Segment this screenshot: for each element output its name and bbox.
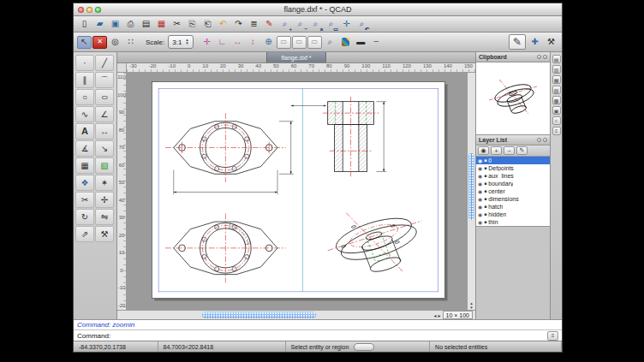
rotate-tool[interactable]: ↻ — [75, 209, 94, 225]
vertical-scrollbar[interactable]: ▴ ▾ — [467, 73, 475, 310]
scroll-down-icon[interactable]: ▾ — [470, 306, 473, 310]
pen-color-button[interactable]: ▦ — [338, 36, 353, 49]
layer-row[interactable]: ◉ ■ center — [476, 187, 550, 195]
layer-color-swatch-icon[interactable]: ■ — [484, 181, 486, 186]
toggle-clipboard-button[interactable]: ▣ — [552, 106, 561, 115]
zoom-window-button-titlebar[interactable] — [95, 7, 101, 13]
zoom-auto-button[interactable]: ⌕ a — [308, 18, 323, 31]
layer-color-swatch-icon[interactable]: ■ — [484, 205, 486, 209]
circle-tool[interactable]: ○ — [75, 89, 94, 105]
panel-close-button[interactable] — [543, 55, 547, 59]
horizontal-scrollbar[interactable] — [117, 311, 432, 319]
title-bar[interactable]: flange.dxf * - QCAD — [74, 3, 562, 16]
horizontal-scrollbar-thumb[interactable] — [202, 312, 315, 318]
eye-icon[interactable]: ◉ — [478, 181, 482, 187]
toggle-block-list-button[interactable]: ▦ — [552, 75, 561, 84]
pencil-tool-button[interactable]: ✎ — [509, 34, 526, 50]
explode-tool[interactable]: ✶ — [95, 175, 114, 191]
parallel-tool[interactable]: ∥ — [75, 72, 94, 88]
add-point-button[interactable]: ✚ — [528, 36, 542, 49]
draw-order-button[interactable]: ≣ — [247, 18, 261, 31]
layer-color-swatch-icon[interactable]: ■ — [484, 174, 486, 178]
panel-detach-button[interactable] — [537, 138, 541, 142]
vertical-scrollbar-thumb[interactable] — [468, 153, 474, 220]
scale-select[interactable]: 3:1 ▲▼ — [168, 35, 194, 49]
zoom-in-button[interactable]: ⌕ + — [277, 18, 292, 31]
toggle-menu-button[interactable]: ≡ — [552, 127, 561, 135]
dimension-tool[interactable]: ↔ — [95, 123, 114, 139]
toggle-library-browser-button[interactable]: ▥ — [552, 65, 561, 74]
image-tool[interactable]: ▧ — [95, 157, 114, 174]
selection-pointer-button[interactable]: ↖ — [77, 36, 92, 49]
measure-area-button[interactable]: ▭ — [307, 36, 322, 49]
eye-icon[interactable]: ◉ — [478, 166, 482, 171]
polyline-tool[interactable]: ∠ — [95, 106, 114, 122]
scroll-right-icon[interactable]: ▸ — [438, 312, 441, 318]
eye-icon[interactable]: ◉ — [478, 189, 482, 194]
restrict-vertical-button[interactable]: ↕ — [246, 36, 260, 49]
restrict-ortho-button[interactable]: ∟ — [215, 36, 230, 49]
close-window-button[interactable] — [78, 7, 84, 13]
layer-color-swatch-icon[interactable]: ■ — [484, 166, 486, 170]
toggle-all-layers-button[interactable]: ◉ — [478, 146, 489, 155]
layer-row[interactable]: ◉ ■ 0 — [476, 157, 550, 164]
print-preview-button[interactable]: ▤ — [139, 18, 153, 31]
restrict-horizontal-button[interactable]: ↔ — [230, 36, 245, 49]
text-tool[interactable]: A — [75, 123, 94, 139]
panel-detach-button[interactable] — [537, 55, 541, 59]
zoom-pan-button[interactable]: ✛ — [339, 18, 354, 31]
layer-row[interactable]: ◉ ■ aux_lines — [476, 172, 550, 180]
zoom-redraw-button[interactable]: ⌕ — [323, 36, 337, 49]
edit-pencil-button[interactable]: ✎ — [262, 18, 277, 31]
scroll-left-icon[interactable]: ◂ — [434, 312, 437, 318]
document-tab[interactable]: flange.dxf * — [266, 52, 325, 62]
trim-tool[interactable]: ✂ — [75, 192, 94, 208]
eye-icon[interactable]: ◉ — [478, 197, 482, 202]
toggle-grid-button[interactable]: ⌗ — [552, 116, 561, 125]
file-new-button[interactable]: ▯ — [77, 18, 92, 31]
redo-button[interactable]: ↷ — [231, 18, 246, 31]
cut-button[interactable]: ✂ — [170, 18, 184, 31]
layer-color-swatch-icon[interactable]: ■ — [484, 189, 486, 193]
wrench-tool[interactable]: ⚒ — [95, 226, 114, 242]
layer-row[interactable]: ◉ ■ dimensions — [476, 195, 550, 203]
layer-row[interactable]: ◉ ■ Defpoints — [476, 164, 550, 172]
relative-zero-button[interactable]: ⊕ — [261, 36, 276, 49]
measure-distance-button[interactable]: ▭ — [277, 36, 291, 49]
point-tool[interactable]: · — [75, 55, 94, 71]
block-tool[interactable]: ❖ — [75, 175, 94, 191]
zoom-out-button[interactable]: ⌕ − — [293, 18, 307, 31]
layer-color-swatch-icon[interactable]: ■ — [484, 212, 486, 217]
mirror-tool[interactable]: ⇋ — [95, 209, 114, 225]
layer-row[interactable]: ◉ ■ boundary — [476, 180, 550, 187]
leader-tool[interactable]: ↘ — [95, 140, 114, 157]
ellipse-tool[interactable]: ○ — [95, 89, 114, 105]
drawing-canvas[interactable] — [127, 73, 467, 310]
move-tool[interactable]: ✢ — [95, 192, 114, 208]
zoom-window-button[interactable]: ⌕ ▭ — [324, 18, 338, 31]
hatch-tool[interactable]: ▦ — [75, 157, 94, 174]
snap-auto-button[interactable]: ◎ — [108, 36, 122, 49]
layer-color-swatch-icon[interactable]: ■ — [484, 158, 486, 163]
toggle-view-list-button[interactable]: ▧ — [552, 86, 561, 94]
measure-angle-button[interactable]: ▭ — [292, 36, 307, 49]
export-pdf-button[interactable]: ▦ — [154, 18, 169, 31]
eye-icon[interactable]: ◉ — [478, 205, 482, 210]
snap-grid-button[interactable]: ∷ — [123, 36, 138, 49]
spline-tool[interactable]: ∿ — [75, 106, 94, 122]
clipboard-panel-header[interactable]: Clipboard — [476, 52, 550, 62]
undo-button[interactable]: ↶ — [216, 18, 230, 31]
eye-icon[interactable]: ◉ — [478, 158, 482, 163]
eye-icon[interactable]: ◉ — [478, 220, 482, 225]
layer-row[interactable]: ◉ ■ hidden — [476, 211, 550, 218]
layer-color-swatch-icon[interactable]: ■ — [484, 197, 486, 201]
toggle-property-editor-button[interactable]: ▤ — [552, 55, 561, 63]
paste-button[interactable]: ⎗ — [200, 18, 215, 31]
hammer-tool-button[interactable]: ⚒ — [544, 36, 558, 49]
layer-color-swatch-icon[interactable]: ■ — [484, 220, 486, 224]
layer-row[interactable]: ◉ ■ hatch — [476, 203, 550, 211]
line-weight-button[interactable]: ▬ — [354, 36, 368, 49]
edit-layer-button[interactable]: ✎ — [516, 146, 528, 155]
deselect-all-button[interactable]: ✕ — [92, 36, 107, 49]
dimension-angular-tool[interactable]: ∡ — [75, 140, 94, 157]
